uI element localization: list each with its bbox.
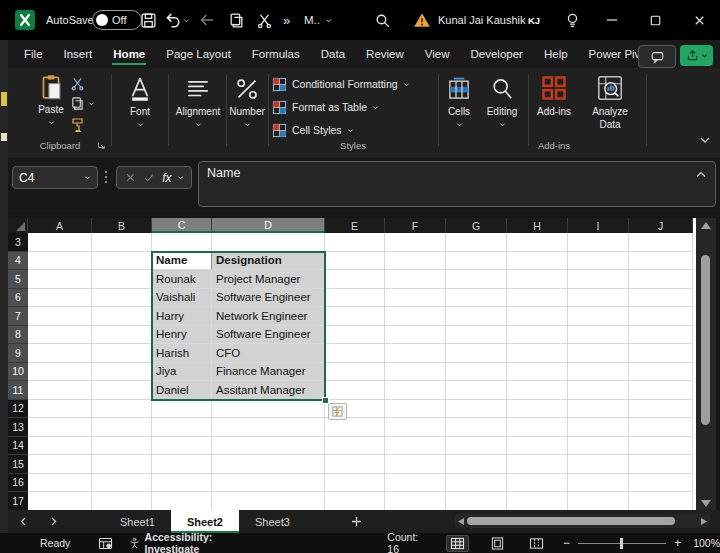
column-header-J[interactable]: J: [629, 218, 693, 233]
cell-D7[interactable]: Network Engineer: [212, 307, 325, 326]
cell-G11[interactable]: [446, 381, 507, 400]
row-header-13[interactable]: 13: [8, 418, 28, 437]
vertical-scrollbar[interactable]: [696, 218, 716, 510]
cut-button[interactable]: [256, 0, 273, 40]
autosave-toggle[interactable]: Off: [92, 0, 142, 40]
cell-F11[interactable]: [385, 381, 446, 400]
undo-button[interactable]: [163, 0, 190, 40]
cell-C17[interactable]: [152, 492, 212, 511]
tab-developer[interactable]: Developer: [469, 44, 525, 65]
row-header-12[interactable]: 12: [8, 400, 28, 419]
format-painter-button[interactable]: [70, 117, 86, 133]
zoom-slider-thumb[interactable]: [620, 538, 623, 549]
cell-F3[interactable]: [385, 233, 446, 252]
cell-H3[interactable]: [507, 233, 568, 252]
cell-F7[interactable]: [385, 307, 446, 326]
column-header-D[interactable]: D: [212, 218, 325, 233]
zoom-out-button[interactable]: −: [563, 536, 570, 550]
copy-ribbon-button[interactable]: [70, 96, 95, 111]
cell-E10[interactable]: [325, 363, 385, 382]
cell-I13[interactable]: [568, 418, 629, 437]
column-header-I[interactable]: I: [568, 218, 629, 233]
analyze-data-button[interactable]: Analyze Data: [580, 74, 640, 131]
cell-A13[interactable]: [28, 418, 92, 437]
tab-help[interactable]: Help: [542, 44, 570, 65]
insert-function-icon[interactable]: fx: [162, 171, 171, 185]
row-header-6[interactable]: 6: [8, 289, 28, 308]
sheet-nav-left-icon[interactable]: [8, 510, 38, 533]
row-header-16[interactable]: 16: [8, 474, 28, 493]
cell-D14[interactable]: [212, 437, 325, 456]
minimize-button[interactable]: [604, 0, 620, 40]
cell-E13[interactable]: [325, 418, 385, 437]
row-header-8[interactable]: 8: [8, 326, 28, 345]
cell-E9[interactable]: [325, 344, 385, 363]
cell-H12[interactable]: [507, 400, 568, 419]
cell-D6[interactable]: Software Engineer: [212, 289, 325, 308]
cell-J11[interactable]: [629, 381, 693, 400]
font-group-button[interactable]: Font: [114, 76, 166, 128]
tab-review[interactable]: Review: [364, 44, 406, 65]
cell-J9[interactable]: [629, 344, 693, 363]
cell-C10[interactable]: Jiya: [152, 363, 212, 382]
row-header-15[interactable]: 15: [8, 455, 28, 474]
cell-A14[interactable]: [28, 437, 92, 456]
accessibility-status[interactable]: Accessibility: Investigate: [129, 531, 245, 553]
tab-insert[interactable]: Insert: [62, 44, 95, 65]
cell-B11[interactable]: [92, 381, 152, 400]
cell-C8[interactable]: Henry: [152, 326, 212, 345]
qat-overflow-button[interactable]: »: [283, 0, 290, 40]
cell-G3[interactable]: [446, 233, 507, 252]
macro-record-icon[interactable]: [98, 537, 113, 550]
cell-A15[interactable]: [28, 455, 92, 474]
cell-D4[interactable]: Designation: [212, 252, 325, 271]
tab-formulas[interactable]: Formulas: [250, 44, 302, 65]
cell-I10[interactable]: [568, 363, 629, 382]
sheet-tab-sheet2[interactable]: Sheet2: [171, 510, 239, 533]
cell-A5[interactable]: [28, 270, 92, 289]
view-normal-button[interactable]: [446, 535, 469, 552]
cell-F5[interactable]: [385, 270, 446, 289]
column-header-A[interactable]: A: [28, 218, 92, 233]
addins-button[interactable]: Add-ins: [532, 74, 576, 118]
scroll-up-icon[interactable]: [696, 218, 716, 232]
row-header-3[interactable]: 3: [8, 233, 28, 252]
format-as-table-button[interactable]: Format as Table: [272, 98, 379, 116]
row-header-5[interactable]: 5: [8, 270, 28, 289]
cell-I3[interactable]: [568, 233, 629, 252]
hscroll-left-icon[interactable]: [458, 518, 464, 525]
zoom-in-button[interactable]: +: [674, 536, 681, 550]
cell-I16[interactable]: [568, 474, 629, 493]
cell-D3[interactable]: [212, 233, 325, 252]
redo-button[interactable]: [198, 0, 216, 40]
cell-I4[interactable]: [568, 252, 629, 271]
cell-E11[interactable]: [325, 381, 385, 400]
cell-C11[interactable]: Daniel: [152, 381, 212, 400]
cell-D8[interactable]: Software Engineer: [212, 326, 325, 345]
user-name[interactable]: Kunal Jai Kaushik: [438, 0, 525, 40]
cell-B8[interactable]: [92, 326, 152, 345]
row-header-10[interactable]: 10: [8, 363, 28, 382]
cell-D11[interactable]: Assitant Manager: [212, 381, 325, 400]
editing-group-button[interactable]: Editing: [478, 76, 526, 128]
cell-J12[interactable]: [629, 400, 693, 419]
cell-I5[interactable]: [568, 270, 629, 289]
cell-D10[interactable]: Finance Manager: [212, 363, 325, 382]
horizontal-scrollbar[interactable]: [455, 514, 710, 528]
cell-C7[interactable]: Harry: [152, 307, 212, 326]
cell-B7[interactable]: [92, 307, 152, 326]
cell-F6[interactable]: [385, 289, 446, 308]
cell-E8[interactable]: [325, 326, 385, 345]
cell-D16[interactable]: [212, 474, 325, 493]
cell-E7[interactable]: [325, 307, 385, 326]
zoom-level[interactable]: 100%: [693, 537, 720, 549]
cell-A6[interactable]: [28, 289, 92, 308]
cell-G14[interactable]: [446, 437, 507, 456]
cell-E5[interactable]: [325, 270, 385, 289]
cell-D9[interactable]: CFO: [212, 344, 325, 363]
cell-H7[interactable]: [507, 307, 568, 326]
quick-analysis-button[interactable]: [328, 403, 347, 420]
cell-F16[interactable]: [385, 474, 446, 493]
cell-B6[interactable]: [92, 289, 152, 308]
column-header-B[interactable]: B: [92, 218, 152, 233]
